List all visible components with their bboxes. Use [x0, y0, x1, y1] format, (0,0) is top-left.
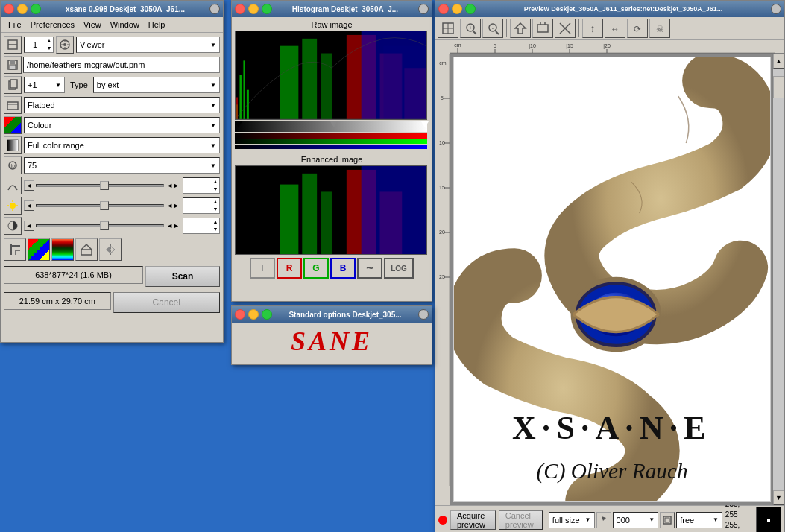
mid-triangle[interactable] — [330, 121, 338, 127]
prev-tool-6[interactable] — [555, 19, 576, 38]
contrast-slider[interactable] — [36, 224, 164, 227]
menu-preferences[interactable]: Preferences — [26, 19, 79, 31]
gamma-input[interactable]: 1.00 — [183, 181, 212, 190]
prev-tool-5[interactable] — [532, 19, 553, 38]
prev-tool-7[interactable]: ↕ — [582, 19, 603, 38]
color-range-icon-btn[interactable] — [4, 136, 22, 154]
color-sample-1[interactable] — [28, 238, 50, 261]
brightness-icon-btn[interactable] — [4, 197, 22, 215]
prev-minimize-btn[interactable] — [452, 4, 462, 14]
brightness-up[interactable]: ▲ — [212, 198, 219, 206]
minimize-btn[interactable] — [17, 4, 28, 14]
stdopts-minimize-btn[interactable] — [248, 309, 259, 320]
stdopts-close-btn[interactable] — [235, 309, 245, 320]
flatbed-dropdown[interactable]: Flatbed ▼ — [24, 97, 220, 113]
hist-log-btn[interactable]: LOG — [384, 258, 414, 279]
gamma-icon-btn[interactable] — [4, 177, 22, 194]
color-range-dropdown[interactable]: Full color range ▼ — [24, 137, 220, 153]
menu-view[interactable]: View — [79, 19, 106, 31]
brightness-slider[interactable] — [36, 204, 164, 207]
left-triangle[interactable] — [235, 121, 242, 127]
gamma-double-arrow[interactable]: ◄► — [165, 182, 180, 189]
flatbed-icon-btn[interactable] — [4, 96, 22, 114]
contrast-double-arrow[interactable]: ◄► — [165, 222, 180, 229]
prev-tool-10[interactable]: ☠ — [649, 19, 670, 38]
scan-icon-btn[interactable] — [4, 36, 22, 54]
gamma-down[interactable]: ▼ — [212, 186, 219, 193]
contrast-icon-btn[interactable] — [4, 217, 22, 235]
prev-tool-1[interactable] — [438, 19, 458, 38]
brightness-down[interactable]: ▼ — [212, 206, 219, 213]
brightness-slider-left[interactable]: ◄ — [24, 200, 34, 211]
preview-scrollbar-v[interactable]: ▲ ▼ — [772, 54, 784, 505]
frame-icon-btn[interactable] — [660, 512, 675, 528]
spinner-down[interactable]: ▼ — [45, 45, 53, 52]
hist-close-x-btn[interactable] — [418, 4, 429, 14]
gamma-slider-left[interactable]: ◄ — [24, 180, 34, 191]
cancel-preview-button[interactable]: Cancel preview — [499, 510, 543, 530]
hist-i-btn[interactable]: I — [250, 258, 275, 279]
prev-tool-2[interactable]: + — [460, 19, 481, 38]
free-dropdown[interactable]: free ▼ — [676, 512, 722, 528]
stdopts-maximize-btn[interactable] — [262, 309, 272, 320]
gamma-slider[interactable] — [36, 184, 164, 187]
stdopts-close-x-btn[interactable] — [418, 309, 429, 320]
menu-file[interactable]: File — [4, 19, 26, 31]
mirror-icon-btn[interactable] — [99, 238, 122, 261]
prev-tool-9[interactable]: ⟳ — [627, 19, 648, 38]
target-icon-btn[interactable] — [56, 36, 74, 54]
hist-r-btn[interactable]: R — [277, 258, 302, 279]
zoom-icon-btn[interactable] — [596, 512, 611, 528]
hist-close-btn[interactable] — [235, 4, 245, 14]
contrast-input[interactable]: 0.0 — [183, 221, 212, 230]
increment-dropdown[interactable]: +1 ▼ — [24, 77, 65, 93]
contrast-down[interactable]: ▼ — [212, 226, 219, 233]
maximize-btn[interactable] — [31, 4, 41, 14]
cancel-button[interactable]: Cancel — [113, 292, 221, 313]
hist-maximize-btn[interactable] — [262, 4, 272, 14]
full-size-dropdown[interactable]: full size ▼ — [549, 512, 595, 528]
dpi-dropdown[interactable]: 75 ▼ — [24, 157, 220, 174]
scrollbar-down-btn[interactable]: ▼ — [773, 490, 784, 505]
prev-close-btn[interactable] — [438, 4, 449, 14]
menu-help[interactable]: Help — [144, 19, 170, 31]
hist-wave-btn[interactable]: ~ — [357, 258, 382, 279]
spinner-up[interactable]: ▲ — [45, 37, 53, 45]
copy-icon-btn[interactable] — [4, 76, 22, 94]
contrast-slider-left[interactable]: ◄ — [24, 221, 34, 231]
close-btn[interactable] — [4, 4, 14, 14]
rotate-icon-btn[interactable] — [75, 238, 98, 261]
colour-icon-btn[interactable] — [4, 116, 22, 134]
hist-g-btn[interactable]: G — [303, 258, 329, 279]
contrast-up[interactable]: ▲ — [212, 218, 219, 226]
scrollbar-thumb[interactable] — [773, 76, 784, 98]
prev-close-x-btn[interactable] — [771, 4, 781, 14]
brightness-double-arrow[interactable]: ◄► — [165, 202, 180, 209]
viewer-dropdown[interactable]: Viewer ▼ — [76, 37, 220, 53]
prev-tool-3[interactable]: - — [482, 19, 503, 38]
crop-icon-btn[interactable] — [4, 238, 26, 261]
right-triangle[interactable] — [421, 121, 429, 127]
dpi-icon-btn[interactable]: dpi — [4, 156, 22, 174]
scan-button[interactable]: Scan — [145, 266, 220, 287]
by-ext-dropdown[interactable]: by ext ▼ — [93, 77, 220, 93]
prev-maximize-btn[interactable] — [465, 4, 476, 14]
file-path-display[interactable]: /home/feathers-mcgraw/out.pnm — [23, 57, 220, 73]
brightness-value-box: 0.0 ▲ ▼ — [183, 197, 220, 214]
color-sample-2[interactable] — [51, 238, 74, 261]
spinner-input[interactable]: 1 — [25, 40, 45, 49]
page-spinner[interactable]: 1 ▲ ▼ — [24, 37, 54, 53]
colour-dropdown[interactable]: Colour ▼ — [24, 117, 220, 133]
prev-tool-8[interactable]: ↔ — [605, 19, 625, 38]
hist-minimize-btn[interactable] — [248, 4, 259, 14]
brightness-input[interactable]: 0.0 — [183, 201, 212, 210]
gamma-up[interactable]: ▲ — [212, 178, 219, 186]
close-x-btn[interactable] — [209, 4, 220, 14]
scrollbar-up-btn[interactable]: ▲ — [773, 54, 784, 69]
zoom-value-dropdown[interactable]: 000 ▼ — [613, 512, 659, 528]
hist-b-btn[interactable]: B — [330, 258, 356, 279]
prev-tool-4[interactable] — [510, 19, 531, 38]
menu-window[interactable]: Window — [106, 19, 144, 31]
save-icon-btn[interactable] — [4, 56, 22, 74]
acquire-preview-button[interactable]: Acquire preview — [450, 510, 496, 530]
